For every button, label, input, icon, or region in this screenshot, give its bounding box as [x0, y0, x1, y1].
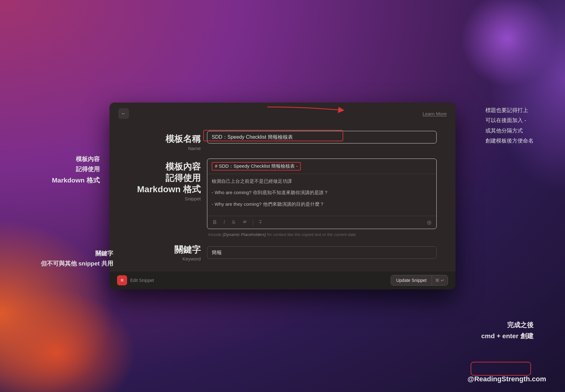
app-label-text: Edit Snippet — [130, 278, 154, 283]
learn-more-button[interactable]: Learn More — [422, 111, 447, 116]
bottom-annotation-line1: 完成之後 — [481, 319, 534, 331]
keyword-chinese-label-line1: 關鍵字 — [174, 244, 201, 255]
snippet-body: 檢測自己上台之前是不是已經做足功課 - Who are coming? 你到底知… — [207, 174, 436, 216]
app-icon-symbol: ≡ — [120, 277, 123, 283]
add-button[interactable]: ⊕ — [427, 219, 432, 226]
link-button[interactable] — [241, 219, 249, 226]
snippet-title-text: # SDD：Speedy Checklist 簡報檢核表 - — [212, 162, 301, 171]
keyword-annotation-line2: 但不可與其他 snippet 共用 — [41, 259, 113, 269]
toolbar-separator — [253, 220, 253, 225]
right-annotation-line3: 或其他分隔方式 — [485, 126, 534, 136]
right-annotation-line2: 可以在後面加入 - — [485, 115, 534, 126]
name-label-group: 模板名稱 Name — [128, 131, 201, 151]
update-snippet-button[interactable]: Update Snippet — [391, 275, 432, 285]
snippet-line-1: 檢測自己上台之前是不是已經做足功課 — [212, 178, 432, 185]
snippet-annotation-line1: 模板內容 — [52, 154, 100, 164]
enter-icon: ↵ — [441, 278, 445, 283]
app-window: ← Learn More 模板名稱 Name 模板內容 記得使用 — [109, 103, 456, 289]
keyword-field-row: 關鍵字 Keyword — [128, 244, 437, 261]
name-chinese-label: 模板名稱 — [165, 133, 201, 145]
keyword-annotation: 關鍵字 但不可與其他 snippet 共用 — [41, 249, 113, 269]
snippet-editor-wrapper: # SDD：Speedy Checklist 簡報檢核表 - 檢測自己上台之前是… — [207, 159, 437, 238]
clear-format-button[interactable]: T — [258, 219, 263, 226]
back-icon: ← — [121, 111, 126, 116]
right-top-annotation: 標題也要記得打上 可以在後面加入 - 或其他分隔方式 創建模板後方便命名 — [485, 105, 534, 146]
bottom-annotation-line2: cmd + enter 創建 — [481, 330, 534, 342]
update-shortcut-button[interactable]: ⌘ ↵ — [432, 275, 448, 285]
back-button[interactable]: ← — [118, 108, 129, 119]
brand-signature: @ReadingStrength.com — [467, 375, 546, 383]
snippet-chinese-label-line2: 記得使用 — [165, 172, 201, 184]
snippet-chinese-label-line3: Markdown 格式 — [137, 184, 201, 195]
keyword-english-label: Keyword — [182, 256, 201, 261]
right-annotation-line1: 標題也要記得打上 — [485, 105, 534, 115]
snippet-label-group: 模板內容 記得使用 Markdown 格式 Snippet — [128, 159, 201, 201]
snippet-field-row: 模板內容 記得使用 Markdown 格式 Snippet # SDD：Spee… — [128, 159, 437, 238]
name-input-area — [207, 131, 437, 143]
snippet-chinese-label-line1: 模板內容 — [165, 161, 201, 172]
keyword-label-group: 關鍵字 Keyword — [128, 244, 201, 261]
keyword-annotation-line1: 關鍵字 — [41, 249, 113, 259]
italic-button[interactable]: I — [222, 219, 226, 226]
snippet-line-3: - Why are they coming? 他們來聽演講的目的是什麼？ — [212, 201, 432, 208]
snippet-english-label: Snippet — [185, 196, 201, 201]
name-input[interactable] — [207, 131, 437, 143]
app-icon-label: ≡ Edit Snippet — [117, 275, 154, 285]
snippet-hint: Include {Dynamic Placeholders} for conte… — [207, 232, 437, 238]
cmd-icon: ⌘ — [435, 278, 439, 283]
app-icon: ≡ — [117, 275, 127, 285]
snippet-header-line: # SDD：Speedy Checklist 簡報檢核表 - — [207, 159, 436, 174]
bottom-right-annotation: 完成之後 cmd + enter 創建 — [481, 319, 534, 342]
snippet-editor[interactable]: # SDD：Speedy Checklist 簡報檢核表 - 檢測自己上台之前是… — [207, 159, 437, 229]
snippet-line-2: - Who are coming? 你到底知不知道來聽你演講的是誰？ — [212, 189, 432, 196]
keyword-input[interactable] — [207, 246, 437, 259]
right-annotation-line4: 創建模板後方便命名 — [485, 136, 534, 146]
title-bar: ← Learn More — [109, 103, 456, 125]
snippet-annotation-line2: 記得使用 — [52, 164, 100, 174]
name-english-label: Name — [188, 146, 201, 151]
strikethrough-button[interactable]: S — [231, 219, 237, 226]
bold-button[interactable]: B — [212, 219, 218, 226]
main-content: 模板名稱 Name 模板內容 記得使用 Markdown 格式 Snippet — [109, 125, 456, 271]
snippet-toolbar: B I S T ⊕ — [207, 216, 436, 229]
update-button-group: Update Snippet ⌘ ↵ — [391, 275, 448, 286]
dynamic-placeholder-text: {Dynamic Placeholders} — [223, 232, 266, 237]
name-field-row: 模板名稱 Name — [128, 131, 437, 151]
bottom-bar: ≡ Edit Snippet Update Snippet ⌘ ↵ — [109, 271, 456, 289]
snippet-annotation: 模板內容 記得使用 Markdown 格式 — [52, 154, 100, 186]
update-button-red-box — [471, 362, 531, 376]
snippet-annotation-line3: Markdown 格式 — [52, 175, 100, 186]
